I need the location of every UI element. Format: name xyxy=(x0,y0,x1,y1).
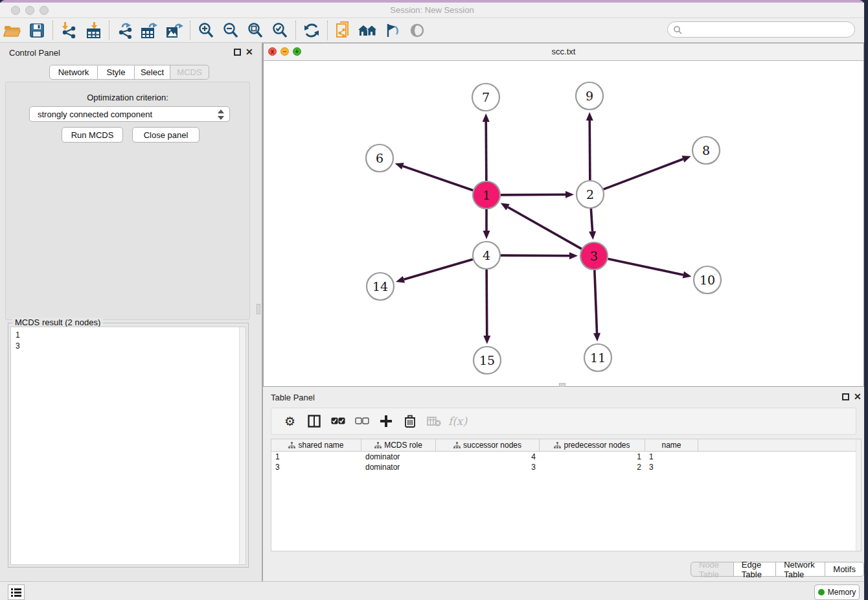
tab-network-table[interactable]: Network Table xyxy=(776,562,825,577)
eye-button[interactable] xyxy=(405,20,429,41)
graph-edge[interactable] xyxy=(604,159,683,189)
birdseye-button[interactable] xyxy=(380,20,405,41)
zoom-fit-button[interactable] xyxy=(243,20,268,41)
function-builder-button[interactable]: f(x) xyxy=(446,411,470,432)
table-row[interactable]: 3 dominator 3 2 3 xyxy=(271,462,861,472)
trash-icon xyxy=(404,415,416,428)
export-network-button[interactable] xyxy=(113,20,137,41)
toolbar-separator xyxy=(190,21,190,40)
export-table-button[interactable] xyxy=(137,20,162,41)
clone-network-button[interactable] xyxy=(331,20,356,41)
zoom-selected-button[interactable] xyxy=(268,20,292,41)
cell-shared-name[interactable]: 3 xyxy=(271,462,361,472)
cell-predecessor-nodes[interactable]: 1 xyxy=(540,452,645,462)
splitter-grip[interactable] xyxy=(257,304,260,314)
tab-style[interactable]: Style xyxy=(98,65,135,80)
graph-edge[interactable] xyxy=(591,209,592,231)
column-header-name[interactable]: name xyxy=(645,439,698,451)
mcds-result-textarea[interactable]: 1 3 xyxy=(10,327,246,565)
graph-edge[interactable] xyxy=(595,270,597,333)
zoom-fit-icon xyxy=(247,22,264,39)
zoom-selected-icon xyxy=(271,22,288,39)
table-row[interactable]: 1 dominator 4 1 1 xyxy=(271,452,861,462)
delete-column-button[interactable] xyxy=(398,411,422,432)
show-column-panel-button[interactable] xyxy=(302,411,326,432)
graph-node-label: 10 xyxy=(700,273,715,287)
column-label: name xyxy=(661,441,681,450)
export-image-button[interactable] xyxy=(162,20,187,41)
cell-shared-name[interactable]: 1 xyxy=(271,452,361,462)
cell-name[interactable]: 1 xyxy=(645,452,698,462)
float-panel-icon[interactable] xyxy=(234,49,241,56)
close-panel-button[interactable]: Close panel xyxy=(132,127,200,143)
save-session-button[interactable] xyxy=(25,20,49,41)
home-button[interactable] xyxy=(356,20,380,41)
memory-button[interactable]: Memory xyxy=(814,584,860,600)
tab-edge-table[interactable]: Edge Table xyxy=(734,562,776,577)
table-scrollbar[interactable] xyxy=(856,439,861,551)
select-all-columns-button[interactable] xyxy=(326,411,350,432)
cell-mcds-role[interactable]: dominator xyxy=(361,452,436,462)
column-header-shared-name[interactable]: shared name xyxy=(271,439,361,451)
close-panel-icon[interactable]: ✕ xyxy=(246,47,253,57)
main-toolbar xyxy=(0,19,864,43)
graph-edge[interactable] xyxy=(404,259,472,279)
column-label: predecessor nodes xyxy=(564,441,630,450)
graph-edge[interactable] xyxy=(508,207,582,249)
toolbar-separator xyxy=(109,21,109,40)
graph-edge[interactable] xyxy=(608,259,683,275)
graph-edge[interactable] xyxy=(403,166,473,190)
apply-layout-button[interactable] xyxy=(299,20,324,41)
graph-edge[interactable] xyxy=(501,255,569,256)
zoom-out-icon xyxy=(222,22,239,39)
column-header-mcds-role[interactable]: MCDS role xyxy=(361,439,436,451)
open-session-button[interactable] xyxy=(0,20,25,41)
tab-select[interactable]: Select xyxy=(135,65,170,80)
vertical-splitter[interactable] xyxy=(257,43,263,581)
graph-edge-arrowhead xyxy=(586,112,593,121)
graph-node-label: 15 xyxy=(479,353,495,367)
cell-name[interactable]: 3 xyxy=(645,462,698,472)
network-graph: 7968124314101511 xyxy=(264,61,863,386)
table-settings-button[interactable]: ⚙ xyxy=(278,411,302,432)
search-icon xyxy=(673,25,682,34)
graph-edge[interactable] xyxy=(486,122,486,181)
result-line: 1 xyxy=(16,330,246,341)
cell-successor-nodes[interactable]: 4 xyxy=(436,452,540,462)
tab-mcds[interactable]: MCDS xyxy=(170,65,209,80)
tab-motifs[interactable]: Motifs xyxy=(825,562,864,577)
float-panel-icon[interactable] xyxy=(842,393,849,400)
zoom-out-button[interactable] xyxy=(218,20,243,41)
close-panel-icon[interactable]: ✕ xyxy=(854,391,862,402)
delete-table-button[interactable] xyxy=(422,411,446,432)
graph-edge-arrowhead xyxy=(483,231,490,239)
cell-predecessor-nodes[interactable]: 2 xyxy=(540,462,645,472)
network-window-title: scc.txt xyxy=(264,47,863,56)
main-content: Control Panel ✕ Network Style Select MCD… xyxy=(0,43,864,581)
create-column-button[interactable] xyxy=(374,411,398,432)
horizontal-splitter-grip[interactable] xyxy=(559,383,565,387)
cell-successor-nodes[interactable]: 3 xyxy=(436,462,540,472)
run-mcds-button[interactable]: Run MCDS xyxy=(62,127,123,143)
criterion-dropdown[interactable]: strongly connected component xyxy=(29,106,230,122)
graph-edge[interactable] xyxy=(501,194,565,195)
column-header-predecessor-nodes[interactable]: predecessor nodes xyxy=(540,439,645,451)
zoom-in-button[interactable] xyxy=(194,20,218,41)
network-canvas[interactable]: 7968124314101511 xyxy=(264,61,863,386)
cell-mcds-role[interactable]: dominator xyxy=(361,462,436,472)
result-scrollbar[interactable] xyxy=(239,327,246,564)
list-icon xyxy=(11,588,21,597)
graph-edge[interactable] xyxy=(589,121,590,180)
homes-icon xyxy=(358,23,378,38)
graph-edge[interactable] xyxy=(486,270,487,336)
unselect-all-columns-button[interactable] xyxy=(350,411,374,432)
network-window-titlebar: x – + scc.txt xyxy=(264,43,863,61)
tab-network[interactable]: Network xyxy=(49,65,98,80)
import-table-button[interactable] xyxy=(81,20,106,41)
search-input[interactable] xyxy=(685,25,854,34)
column-header-successor-nodes[interactable]: successor nodes xyxy=(436,439,540,451)
task-history-button[interactable] xyxy=(8,584,25,600)
import-network-button[interactable] xyxy=(56,20,81,41)
column-label: shared name xyxy=(298,441,343,450)
tab-node-table[interactable]: Node Table xyxy=(691,562,734,577)
